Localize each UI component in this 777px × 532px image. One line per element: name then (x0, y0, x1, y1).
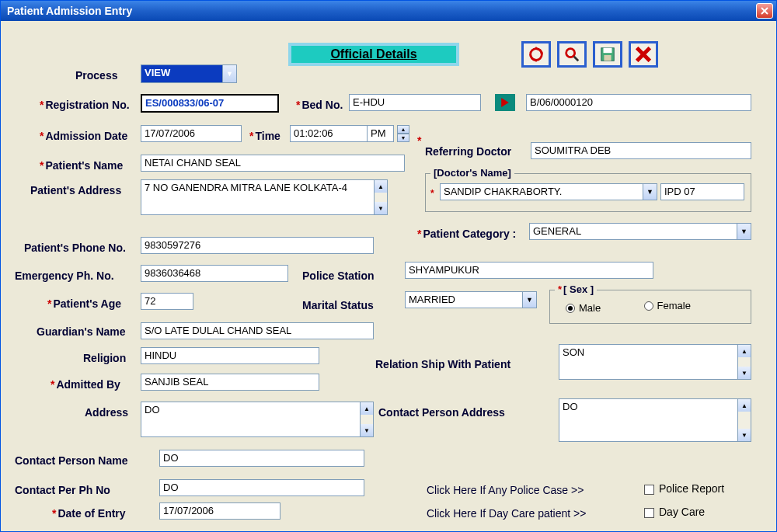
address-label: Address (85, 406, 128, 419)
window-title: Patient Admission Entry (7, 5, 756, 17)
day-care-hint: Click Here If Day Care patient >> (427, 507, 586, 520)
contact-per-ph-input[interactable]: DO (159, 479, 364, 496)
delete-button[interactable] (629, 41, 658, 68)
svg-rect-4 (604, 55, 611, 61)
sex-group: *[ Sex ] Male Female (549, 290, 751, 324)
contact-person-name-input[interactable]: DO (159, 450, 364, 467)
close-button[interactable] (756, 3, 773, 19)
address-input[interactable]: DO ▲▼ (141, 402, 374, 437)
chevron-down-icon[interactable]: ▼ (643, 184, 657, 200)
patients-age-label: *Patient's Age (47, 297, 121, 310)
toolbar (521, 41, 658, 68)
date-of-entry-label: *Date of Entry (52, 507, 126, 520)
emergency-phone-label: Emergency Ph. No. (15, 269, 114, 282)
admitted-by-input[interactable]: SANJIB SEAL (141, 374, 319, 391)
spinner-up[interactable]: ▲ (397, 125, 409, 134)
bed-no-input[interactable]: E-HDU (349, 94, 481, 111)
refresh-icon (528, 46, 545, 63)
doctors-name-dropdown[interactable]: SANDIP CHAKRABORTY. ▼ (440, 183, 657, 200)
referring-doctor-input[interactable]: SOUMITRA DEB (531, 142, 751, 159)
save-button[interactable] (593, 41, 622, 68)
time-input[interactable]: 01:02:06 (290, 125, 368, 142)
time-spinner[interactable]: ▲ ▼ (397, 125, 409, 142)
form-content: Official Details Process VIEW ▼ *Registr… (1, 21, 776, 531)
scrollbar[interactable]: ▲▼ (737, 398, 751, 442)
save-icon (599, 46, 616, 63)
scrollbar[interactable]: ▲▼ (360, 402, 374, 437)
registration-no-input[interactable]: ES/000833/06-07 (141, 94, 279, 113)
ipd-no-input[interactable]: B/06/0000120 (526, 94, 751, 111)
police-station-label: Police Station (302, 269, 375, 282)
time-ampm[interactable]: PM (368, 125, 394, 142)
guardians-name-input[interactable]: S/O LATE DULAL CHAND SEAL (141, 322, 374, 339)
svg-line-1 (574, 57, 579, 61)
time-label: *Time (249, 130, 280, 142)
sex-legend: *[ Sex ] (555, 283, 597, 295)
patients-name-label: *Patient's Name (40, 159, 123, 172)
contact-person-address-label: Contact Person Address (378, 406, 505, 419)
process-dropdown[interactable]: VIEW ▼ (141, 64, 237, 83)
sex-female-radio[interactable]: Female (644, 300, 691, 311)
patient-category-dropdown[interactable]: GENERAL ▼ (529, 223, 751, 240)
process-label: Process (75, 69, 117, 82)
patients-name-input[interactable]: NETAI CHAND SEAL (141, 155, 405, 172)
registration-no-label: *Registration No. (40, 99, 130, 111)
police-station-input[interactable]: SHYAMPUKUR (405, 262, 653, 279)
police-report-checkbox[interactable]: Police Report (644, 482, 724, 495)
doctor-code-input[interactable]: IPD 07 (660, 183, 744, 200)
admitted-by-label: *Admitted By (51, 378, 120, 391)
spinner-down[interactable]: ▼ (397, 134, 409, 142)
official-details-button[interactable]: Official Details (288, 43, 459, 66)
admission-date-label: *Admission Date (40, 130, 127, 142)
patient-category-label: *Patient Category : (417, 228, 516, 240)
marital-status-label: Marital Status (302, 299, 374, 311)
chevron-down-icon[interactable]: ▼ (737, 224, 751, 239)
svg-rect-3 (604, 48, 612, 53)
religion-input[interactable]: HINDU (141, 347, 319, 364)
app-window: Patient Admission Entry Official Details… (0, 0, 777, 532)
emergency-phone-input[interactable]: 9836036468 (141, 265, 288, 282)
relation-ship-input[interactable]: SON ▲▼ (559, 344, 751, 380)
chevron-down-icon[interactable]: ▼ (222, 65, 236, 82)
religion-label: Religion (83, 352, 126, 364)
bed-no-label: *Bed No. (296, 99, 343, 111)
chevron-down-icon[interactable]: ▼ (522, 292, 536, 308)
sex-male-radio[interactable]: Male (566, 302, 601, 314)
referring-doctor-label: *Referring Doctor (425, 145, 511, 158)
marital-status-dropdown[interactable]: MARRIED ▼ (405, 291, 537, 308)
date-of-entry-input[interactable]: 17/07/2006 (159, 502, 280, 520)
titlebar: Patient Admission Entry (1, 1, 776, 21)
search-button[interactable] (557, 41, 587, 68)
scrollbar[interactable]: ▲▼ (737, 344, 751, 380)
patients-age-input[interactable]: 72 (141, 293, 193, 310)
admission-date-input[interactable]: 17/07/2006 (141, 125, 242, 142)
doctors-name-legend: [Doctor's Name] (430, 167, 514, 179)
police-case-hint: Click Here If Any Police Case >> (427, 484, 584, 496)
contact-person-name-label: Contact Person Name (15, 454, 127, 467)
refresh-button[interactable] (521, 41, 551, 68)
relation-ship-label: Relation Ship With Patient (375, 358, 510, 370)
contact-person-address-input[interactable]: DO ▲▼ (559, 398, 751, 442)
svg-point-0 (566, 49, 575, 57)
x-icon (636, 47, 651, 62)
day-care-checkbox[interactable]: Day Care (644, 506, 705, 518)
search-icon (563, 46, 580, 63)
patients-address-input[interactable]: 7 NO GANENDRA MITRA LANE KOLKATA-4 ▲▼ (141, 179, 388, 215)
patients-phone-label: Patient's Phone No. (24, 242, 126, 254)
doctors-name-group: [Doctor's Name] * SANDIP CHAKRABORTY. ▼ … (425, 173, 751, 212)
scrollbar[interactable]: ▲▼ (374, 179, 388, 215)
play-icon (500, 98, 510, 107)
patients-address-label: Patient's Address (30, 184, 121, 196)
contact-per-ph-label: Contact Per Ph No (15, 484, 110, 496)
patients-phone-input[interactable]: 9830597276 (141, 237, 374, 254)
guardians-name-label: Guardian's Name (37, 325, 126, 338)
play-button[interactable] (495, 94, 515, 111)
